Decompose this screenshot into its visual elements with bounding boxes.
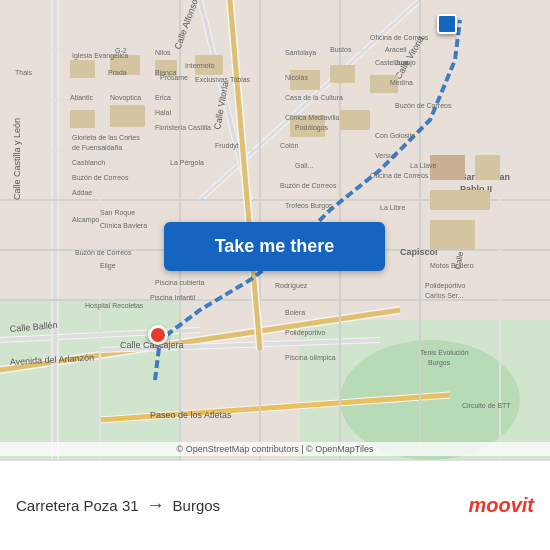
svg-text:Paseo de los Atletas: Paseo de los Atletas	[150, 410, 232, 420]
svg-text:Casblanch: Casblanch	[72, 159, 105, 166]
svg-text:Clínica Mediavilla: Clínica Mediavilla	[285, 114, 340, 121]
svg-text:Araceli: Araceli	[385, 46, 407, 53]
svg-text:Polideportivo: Polideportivo	[285, 329, 326, 337]
svg-text:Prada: Prada	[108, 69, 127, 76]
svg-text:Podólogos: Podólogos	[295, 124, 329, 132]
svg-text:Piscina olímpica: Piscina olímpica	[285, 354, 336, 362]
svg-text:Erica: Erica	[155, 94, 171, 101]
bottom-bar: Carretera Poza 31 → Burgos moovit	[0, 460, 550, 550]
map-attribution: © OpenStreetMap contributors | © OpenMap…	[0, 442, 550, 456]
svg-text:Tenis Evolución: Tenis Evolución	[420, 349, 469, 356]
svg-text:Prósame: Prósame	[160, 74, 188, 81]
svg-text:Floristería Castilla: Floristería Castilla	[155, 124, 211, 131]
svg-text:Oficina de Correos: Oficina de Correos	[370, 172, 429, 179]
svg-text:Buzón de Correos: Buzón de Correos	[75, 249, 132, 256]
svg-text:Castellana: Castellana	[375, 59, 408, 66]
svg-text:Hospital Recoletas: Hospital Recoletas	[85, 302, 144, 310]
svg-rect-51	[330, 65, 355, 83]
svg-text:Novoptica: Novoptica	[110, 94, 141, 102]
svg-rect-57	[430, 190, 490, 210]
svg-text:de Fuensaldaña: de Fuensaldaña	[72, 144, 122, 151]
svg-text:Intermoto: Intermoto	[185, 62, 215, 69]
svg-text:Versus: Versus	[375, 152, 397, 159]
svg-text:Gall...: Gall...	[295, 162, 313, 169]
svg-text:Santolaya: Santolaya	[285, 49, 316, 57]
destination-label: Burgos	[173, 497, 221, 514]
svg-text:Con Golosito: Con Golosito	[375, 132, 416, 139]
svg-text:Carlos Ser...: Carlos Ser...	[425, 292, 464, 299]
svg-text:Thais: Thais	[15, 69, 33, 76]
svg-rect-48	[70, 110, 95, 128]
svg-text:Polideportivo: Polideportivo	[425, 282, 466, 290]
svg-text:Colón: Colón	[280, 142, 298, 149]
svg-text:Nicolás: Nicolás	[285, 74, 308, 81]
svg-text:Trofeos Burgos: Trofeos Burgos	[285, 202, 333, 210]
svg-text:G-2: G-2	[115, 47, 127, 54]
svg-text:Medina: Medina	[390, 79, 413, 86]
destination-pin	[437, 14, 457, 34]
svg-text:Clínica Baviera: Clínica Baviera	[100, 222, 147, 229]
svg-text:Glorieta de las Cortes: Glorieta de las Cortes	[72, 134, 140, 141]
svg-rect-58	[430, 220, 475, 250]
svg-text:Circuito de BTT: Circuito de BTT	[462, 402, 511, 409]
svg-text:Atlantic: Atlantic	[70, 94, 93, 101]
svg-text:Calle Castilla y León: Calle Castilla y León	[12, 118, 22, 200]
svg-text:La Libre: La Libre	[380, 204, 405, 211]
svg-text:Piscina Infantil: Piscina Infantil	[150, 294, 196, 301]
moovit-branding: moovit	[468, 494, 534, 517]
svg-text:Fruddyt: Fruddyt	[215, 142, 239, 150]
svg-text:Casa de la Cultura: Casa de la Cultura	[285, 94, 343, 101]
svg-text:Buzón de Correos: Buzón de Correos	[72, 174, 129, 181]
svg-text:Buzón de Correos: Buzón de Correos	[280, 182, 337, 189]
moovit-logo-text: moovit	[468, 494, 534, 517]
svg-text:Motos Bodero: Motos Bodero	[430, 262, 474, 269]
svg-text:Nilos: Nilos	[155, 49, 171, 56]
svg-text:Addae: Addae	[72, 189, 92, 196]
origin-pin	[148, 325, 168, 345]
svg-text:Bustos: Bustos	[330, 46, 352, 53]
svg-rect-56	[475, 155, 500, 180]
origin-label: Carretera Poza 31	[16, 497, 139, 514]
svg-text:Burgos: Burgos	[428, 359, 451, 367]
svg-text:Rodríguez: Rodríguez	[275, 282, 308, 290]
svg-text:Alcampo: Alcampo	[72, 216, 99, 224]
svg-text:Piscina cubierta: Piscina cubierta	[155, 279, 205, 286]
route-info: Carretera Poza 31 → Burgos	[16, 495, 468, 516]
svg-text:San Roque: San Roque	[100, 209, 135, 217]
map-view[interactable]: Calle Ballén Avenida del Arlanzón Calle …	[0, 0, 550, 460]
arrow-icon: →	[147, 495, 165, 516]
svg-text:Elige: Elige	[100, 262, 116, 270]
svg-text:Halal: Halal	[155, 109, 171, 116]
svg-text:La Pérgola: La Pérgola	[170, 159, 204, 167]
svg-text:Buzón de Correos: Buzón de Correos	[395, 102, 452, 109]
svg-text:Bolera: Bolera	[285, 309, 305, 316]
take-me-there-button[interactable]: Take me there	[164, 222, 385, 271]
svg-rect-44	[70, 60, 95, 78]
svg-text:Exclusivas Tobias: Exclusivas Tobias	[195, 76, 251, 83]
svg-text:La Llave: La Llave	[410, 162, 437, 169]
svg-rect-49	[110, 105, 145, 127]
svg-text:Oficina de Correos: Oficina de Correos	[370, 34, 429, 41]
svg-rect-54	[340, 110, 370, 130]
